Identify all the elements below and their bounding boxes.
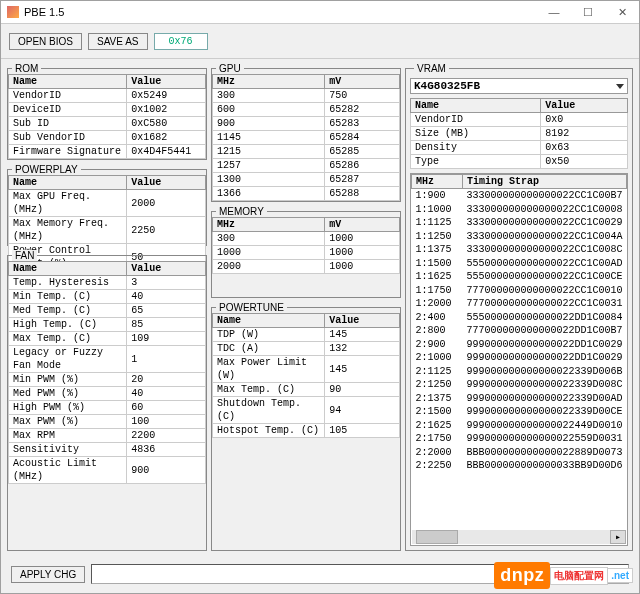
list-item[interactable]: 1:1625555000000000000022CC1C00CE	[412, 270, 627, 284]
rom-group: ROM NameValueVendorID0x5249DeviceID0x100…	[7, 63, 207, 160]
content-area: ROM NameValueVendorID0x5249DeviceID0x100…	[1, 59, 639, 555]
scroll-thumb[interactable]	[416, 530, 458, 544]
list-item[interactable]: 1:900333000000000000022CC1C00B7	[412, 189, 627, 203]
table-row[interactable]: TDC (A)132	[213, 342, 400, 356]
table-row[interactable]: 300750	[213, 89, 400, 103]
table-row[interactable]: Max Memory Freq. (MHz)2250	[9, 217, 206, 244]
table-row[interactable]: 60065282	[213, 103, 400, 117]
table-row[interactable]: Max GPU Freq. (MHz)2000	[9, 190, 206, 217]
table-row[interactable]: VendorID0x5249	[9, 89, 206, 103]
table-row[interactable]: Max Temp. (C)90	[213, 383, 400, 397]
table-row[interactable]: 20001000	[213, 260, 400, 274]
table-row[interactable]: Type0x50	[411, 155, 628, 169]
app-icon	[7, 6, 19, 18]
table-row[interactable]: Max Temp. (C)109	[9, 332, 206, 346]
list-item[interactable]: 2:1625999000000000000022449D0010	[412, 419, 627, 433]
table-row[interactable]: 3001000	[213, 232, 400, 246]
list-item[interactable]: 1:2000777000000000000022CC1C0031	[412, 297, 627, 311]
list-item[interactable]: 2:1375999000000000000022339D00AD	[412, 392, 627, 406]
table-row[interactable]: Sensitivity4836	[9, 443, 206, 457]
table-row[interactable]: Min PWM (%)20	[9, 373, 206, 387]
scroll-arrow-icon[interactable]: ▸	[610, 530, 626, 544]
list-item[interactable]: 2:1250999000000000000022339D008C	[412, 378, 627, 392]
titlebar: PBE 1.5 — ☐ ✕	[1, 1, 639, 24]
watermark-logo: dnpz 电脑配置网.net	[494, 562, 633, 589]
powertune-table[interactable]: NameValueTDP (W)145TDC (A)132Max Power L…	[212, 313, 400, 438]
rom-table[interactable]: NameValueVendorID0x5249DeviceID0x1002Sub…	[8, 74, 206, 159]
list-item[interactable]: 2:900999000000000000022DD1C0029	[412, 338, 627, 352]
vram-select[interactable]: K4G80325FB	[410, 78, 628, 94]
list-item[interactable]: 2:2250BBB000000000000033BB9D00D6	[412, 459, 627, 473]
table-row[interactable]: DeviceID0x1002	[9, 103, 206, 117]
table-row[interactable]: Med PWM (%)40	[9, 387, 206, 401]
table-row[interactable]: Sub VendorID0x1682	[9, 131, 206, 145]
table-row[interactable]: Size (MB)8192	[411, 127, 628, 141]
table-row[interactable]: Max PWM (%)100	[9, 415, 206, 429]
table-row[interactable]: Hotspot Temp. (C)105	[213, 424, 400, 438]
table-row[interactable]: 136665288	[213, 187, 400, 201]
list-item[interactable]: 2:400555000000000000022DD1C0084	[412, 311, 627, 325]
app-window: PBE 1.5 — ☐ ✕ OPEN BIOS SAVE AS 0x76 ROM…	[0, 0, 640, 594]
vram-group: VRAM K4G80325FB NameValueVendorID0x0Size…	[405, 63, 633, 551]
table-row[interactable]: Legacy or Fuzzy Fan Mode1	[9, 346, 206, 373]
table-row[interactable]: 121565285	[213, 145, 400, 159]
table-row[interactable]: High PWM (%)60	[9, 401, 206, 415]
apply-button[interactable]: APPLY CHG	[11, 566, 85, 583]
minimize-button[interactable]: —	[537, 1, 571, 23]
table-row[interactable]: Firmware Signature0x4D4F5441	[9, 145, 206, 159]
table-row[interactable]: 90065283	[213, 117, 400, 131]
table-row[interactable]: 125765286	[213, 159, 400, 173]
toolbar: OPEN BIOS SAVE AS 0x76	[1, 24, 639, 59]
table-row[interactable]: TDP (W)145	[213, 328, 400, 342]
table-row[interactable]: 10001000	[213, 246, 400, 260]
list-item[interactable]: 2:1750999000000000000022559D0031	[412, 432, 627, 446]
list-item[interactable]: 2:1500999000000000000022339D00CE	[412, 405, 627, 419]
table-row[interactable]: Density0x63	[411, 141, 628, 155]
list-item[interactable]: 2:2000BBB000000000000022889D0073	[412, 446, 627, 460]
table-row[interactable]: Sub ID0xC580	[9, 117, 206, 131]
table-row[interactable]: Min Temp. (C)40	[9, 290, 206, 304]
list-item[interactable]: 1:1375333000000000000022CC1C008C	[412, 243, 627, 257]
open-bios-button[interactable]: OPEN BIOS	[9, 33, 82, 50]
table-row[interactable]: Med Temp. (C)65	[9, 304, 206, 318]
horizontal-scrollbar[interactable]: ▸	[412, 530, 626, 544]
memory-group: MEMORY MHzmV30010001000100020001000	[211, 206, 401, 298]
strap-table: MHzTiming Strap1:900333000000000000022CC…	[411, 174, 627, 473]
hex-input[interactable]: 0x76	[154, 33, 208, 50]
list-item[interactable]: 1:1500555000000000000022CC1C00AD	[412, 257, 627, 271]
list-item[interactable]: 2:800777000000000000022DD1C00B7	[412, 324, 627, 338]
gpu-table[interactable]: MHzmV30075060065282900652831145652841215…	[212, 74, 400, 201]
table-row[interactable]: VendorID0x0	[411, 113, 628, 127]
maximize-button[interactable]: ☐	[571, 1, 605, 23]
powertune-group: POWERTUNE NameValueTDP (W)145TDC (A)132M…	[211, 302, 401, 551]
list-item[interactable]: 2:1125999000000000000022339D006B	[412, 365, 627, 379]
table-row[interactable]: Max RPM2200	[9, 429, 206, 443]
table-row[interactable]: 114565284	[213, 131, 400, 145]
table-row[interactable]: Max Power Limit (W)145	[213, 356, 400, 383]
timing-strap-list[interactable]: MHzTiming Strap1:900333000000000000022CC…	[410, 173, 628, 546]
powerplay-group: POWERPLAY NameValueMax GPU Freq. (MHz)20…	[7, 164, 207, 246]
chevron-down-icon	[616, 84, 624, 89]
memory-table[interactable]: MHzmV30010001000100020001000	[212, 217, 400, 274]
fan-table[interactable]: NameValueTemp. Hysteresis3Min Temp. (C)4…	[8, 261, 206, 484]
gpu-group: GPU MHzmV3007506006528290065283114565284…	[211, 63, 401, 202]
close-button[interactable]: ✕	[605, 1, 639, 23]
save-as-button[interactable]: SAVE AS	[88, 33, 148, 50]
table-row[interactable]: Temp. Hysteresis3	[9, 276, 206, 290]
list-item[interactable]: 1:1000333000000000000022CC1C0008	[412, 203, 627, 217]
table-row[interactable]: Shutdown Temp. (C)94	[213, 397, 400, 424]
table-row[interactable]: High Temp. (C)85	[9, 318, 206, 332]
table-row[interactable]: 130065287	[213, 173, 400, 187]
window-title: PBE 1.5	[24, 6, 64, 18]
table-row[interactable]: Acoustic Limit (MHz)900	[9, 457, 206, 484]
list-item[interactable]: 2:1000999000000000000022DD1C0029	[412, 351, 627, 365]
list-item[interactable]: 1:1750777000000000000022CC1C0010	[412, 284, 627, 298]
fan-group: FAN NameValueTemp. Hysteresis3Min Temp. …	[7, 250, 207, 551]
vram-table[interactable]: NameValueVendorID0x0Size (MB)8192Density…	[410, 98, 628, 169]
list-item[interactable]: 1:1250333000000000000022CC1C004A	[412, 230, 627, 244]
list-item[interactable]: 1:1125333000000000000022CC1C0029	[412, 216, 627, 230]
